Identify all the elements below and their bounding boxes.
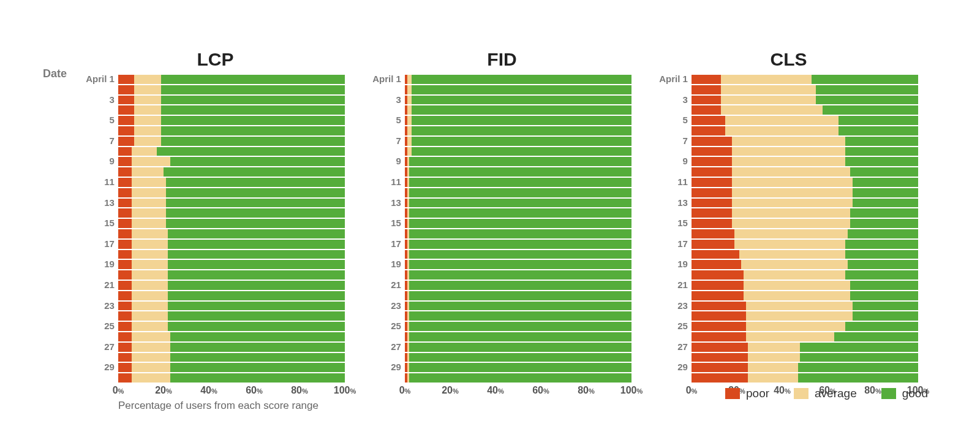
- y-label: 5: [396, 116, 401, 125]
- segment-average: [134, 75, 161, 84]
- bars: [118, 75, 345, 384]
- segment-good: [412, 105, 631, 115]
- segment-good: [845, 157, 918, 166]
- segment-good: [161, 75, 345, 84]
- bar-row: [405, 343, 631, 352]
- segment-poor: [692, 322, 746, 331]
- bars: [405, 75, 631, 384]
- segment-good: [800, 343, 918, 352]
- segment-good: [409, 353, 631, 362]
- segment-average: [732, 167, 850, 177]
- segment-good: [157, 147, 345, 156]
- segment-poor: [118, 373, 132, 383]
- y-label: 23: [391, 302, 401, 311]
- bar-row: [118, 157, 345, 166]
- segment-good: [409, 332, 631, 341]
- legend-label-poor: poor: [746, 387, 769, 400]
- core-web-vitals-dashboard: Date LCPApril 13579111315171921232527290…: [0, 0, 980, 434]
- bar-row: [692, 116, 918, 125]
- segment-poor: [692, 188, 733, 197]
- bar-row: [692, 311, 918, 321]
- x-tick: 20%: [442, 385, 459, 396]
- bar-row: [405, 137, 631, 146]
- segment-good: [409, 281, 631, 290]
- segment-average: [132, 332, 170, 341]
- segment-good: [168, 311, 345, 321]
- bar-row: [692, 260, 918, 269]
- y-label: 3: [683, 96, 688, 105]
- segment-poor: [692, 126, 726, 135]
- bar-row: [118, 116, 345, 125]
- bar-row: [692, 85, 918, 94]
- segment-average: [132, 322, 168, 331]
- segment-good: [161, 116, 345, 125]
- bar-row: [118, 240, 345, 249]
- bar-row: [692, 105, 918, 115]
- x-tick: 20%: [155, 385, 172, 396]
- bar-row: [118, 188, 345, 197]
- segment-poor: [118, 157, 132, 166]
- y-label: 29: [104, 363, 115, 372]
- segment-good: [412, 116, 631, 125]
- segment-poor: [118, 137, 134, 146]
- bar-row: [118, 322, 345, 331]
- segment-good: [839, 126, 918, 135]
- bar-row: [118, 96, 345, 105]
- y-label: 13: [391, 199, 401, 208]
- legend-label-good: good: [902, 387, 928, 400]
- segment-good: [170, 363, 345, 372]
- segment-good: [168, 270, 345, 280]
- segment-poor: [118, 322, 132, 331]
- bar-row: [405, 250, 631, 259]
- panel-lcp: LCPApril 13579111315171921232527290%20%4…: [86, 49, 345, 411]
- segment-poor: [118, 208, 132, 218]
- y-label: 21: [391, 281, 401, 290]
- panel-title: LCP: [86, 49, 345, 70]
- segment-poor: [118, 219, 132, 228]
- segment-average: [734, 229, 848, 238]
- segment-good: [409, 250, 631, 259]
- bar-row: [692, 322, 918, 331]
- bar-row: [405, 178, 631, 187]
- segment-average: [746, 302, 853, 311]
- bar-row: [405, 199, 631, 208]
- y-label: 17: [104, 240, 115, 249]
- segment-average: [134, 137, 161, 146]
- bar-row: [692, 250, 918, 259]
- segment-poor: [118, 311, 132, 321]
- segment-good: [409, 373, 631, 383]
- segment-good: [168, 260, 345, 269]
- segment-good: [166, 219, 345, 228]
- x-tick: 40%: [487, 385, 504, 396]
- segment-poor: [118, 85, 134, 94]
- segment-poor: [692, 229, 734, 238]
- bar-row: [692, 188, 918, 197]
- y-label: 25: [391, 322, 401, 331]
- segment-good: [412, 126, 631, 135]
- segment-good: [853, 311, 918, 321]
- segment-average: [732, 178, 852, 187]
- segment-poor: [118, 229, 132, 238]
- segment-average: [132, 343, 170, 352]
- legend-item-poor: poor: [725, 387, 769, 400]
- bar-row: [405, 353, 631, 362]
- bar-row: [118, 105, 345, 115]
- segment-poor: [118, 199, 132, 208]
- bar-row: [118, 229, 345, 238]
- bar-row: [405, 85, 631, 94]
- segment-poor: [692, 85, 721, 94]
- bar-row: [405, 332, 631, 341]
- bar-row: [405, 96, 631, 105]
- segment-average: [732, 208, 850, 218]
- y-label: April 1: [659, 75, 688, 84]
- segment-poor: [692, 353, 748, 362]
- bar-row: [405, 105, 631, 115]
- bar-row: [405, 147, 631, 156]
- segment-average: [407, 96, 412, 105]
- bar-row: [692, 96, 918, 105]
- segment-average: [132, 199, 166, 208]
- y-label: 7: [683, 137, 688, 146]
- segment-poor: [692, 199, 733, 208]
- bar-row: [405, 219, 631, 228]
- y-label: 9: [396, 157, 401, 166]
